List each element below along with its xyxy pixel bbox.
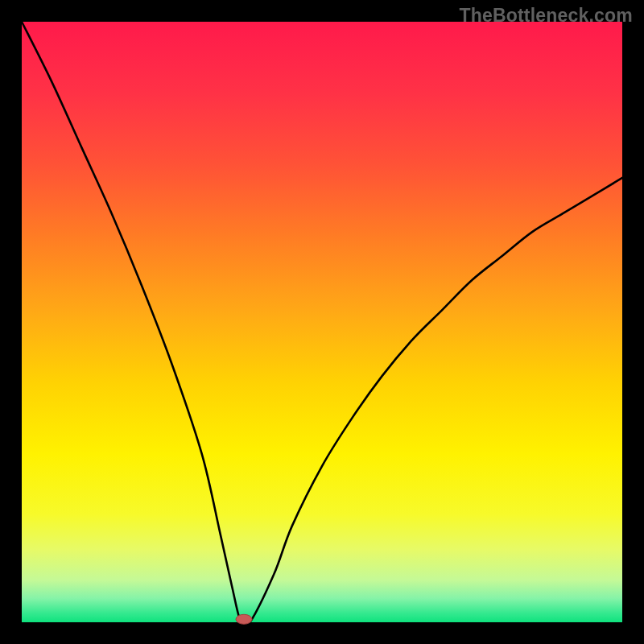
plot-background [22, 22, 622, 622]
chart-frame: TheBottleneck.com [0, 0, 644, 644]
watermark-text: TheBottleneck.com [459, 5, 633, 27]
optimal-point-marker [236, 614, 252, 624]
bottleneck-chart [0, 0, 644, 644]
